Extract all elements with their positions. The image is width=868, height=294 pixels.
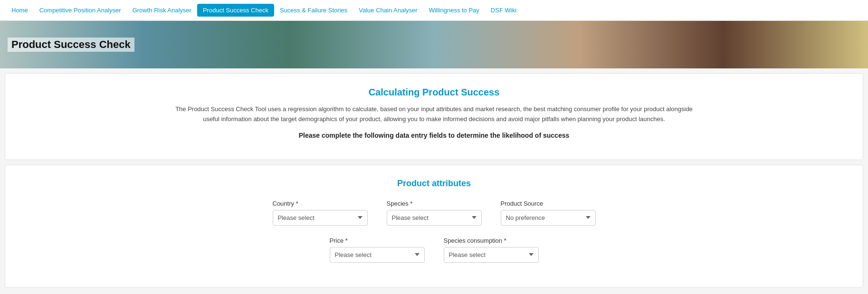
price-select[interactable]: Please select [330,247,425,263]
hero-title: Product Success Check [8,38,134,52]
intro-instruction: Please complete the following data entry… [173,130,696,141]
nav-item-product-success[interactable]: Product Success Check [197,4,274,17]
intro-description: The Product Success Check Tool uses a re… [173,104,696,124]
product-source-select[interactable]: No preference [501,210,596,226]
nav-item-willingness[interactable]: Willingness to Pay [423,0,485,21]
nav-item-growth[interactable]: Growth Risk Analyser [127,0,197,21]
nav-item-sucess-stories[interactable]: Sucess & Failure Stories [274,0,353,21]
country-select[interactable]: Please select [273,210,368,226]
price-label: Price * [330,237,425,244]
species-select[interactable]: Please select [387,210,482,226]
navigation: Home Competitive Position Analyser Growt… [0,0,868,21]
attributes-section: Product attributes Country * Please sele… [5,165,863,288]
attributes-row-1: Country * Please select Species * Please… [15,200,853,226]
nav-item-competitive[interactable]: Competitive Position Analyser [34,0,127,21]
species-consumption-label: Species consumption * [444,237,539,244]
country-label: Country * [273,200,368,207]
intro-heading: Calculating Product Success [15,87,853,98]
attributes-heading: Product attributes [15,179,853,189]
nav-item-value-chain[interactable]: Value Chain Analyser [353,0,423,21]
species-label: Species * [387,200,482,207]
product-source-group: Product Source No preference [501,200,596,226]
species-group: Species * Please select [387,200,482,226]
attributes-row-2: Price * Please select Species consumptio… [15,237,853,263]
intro-section: Calculating Product Success The Product … [5,73,863,160]
species-consumption-group: Species consumption * Please select [444,237,539,263]
country-group: Country * Please select [273,200,368,226]
nav-item-dsf-wiki[interactable]: DSF Wiki [485,0,522,21]
price-group: Price * Please select [330,237,425,263]
nav-item-home[interactable]: Home [6,0,34,21]
product-source-label: Product Source [501,200,596,207]
species-consumption-select[interactable]: Please select [444,247,539,263]
hero-banner: Product Success Check [0,21,868,68]
